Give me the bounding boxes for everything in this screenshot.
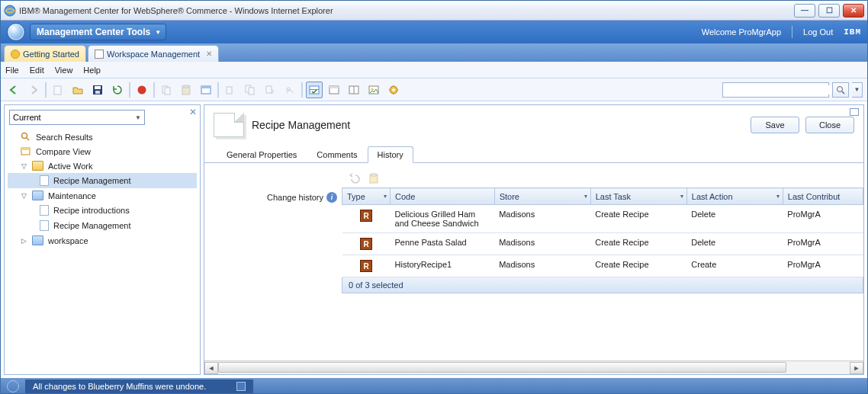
- panel-close-icon[interactable]: ✕: [189, 107, 197, 117]
- menu-edit[interactable]: Edit: [30, 66, 44, 75]
- scroll-right-button[interactable]: ►: [850, 362, 863, 374]
- save-button[interactable]: Save: [751, 117, 799, 133]
- scroll-thumb[interactable]: [218, 362, 786, 373]
- cell-action: Create: [686, 255, 783, 277]
- nav-search-results[interactable]: Search Results: [8, 130, 197, 144]
- panel-restore-icon[interactable]: [850, 108, 859, 116]
- table-row[interactable]: R Penne Pasta Salad Madisons Create Reci…: [342, 233, 863, 255]
- globe-icon: [7, 23, 25, 41]
- work-area: ✕ Current Search Results Compare View ▽ …: [1, 101, 867, 378]
- folder-icon: [32, 235, 43, 245]
- nav-label: Recipe Management: [53, 176, 131, 185]
- window-close-button[interactable]: ✕: [843, 4, 864, 18]
- properties-button[interactable]: [198, 82, 214, 98]
- nav-maintenance[interactable]: ▽ Maintenance: [8, 188, 197, 203]
- view-selector[interactable]: Current: [9, 110, 145, 125]
- refresh-button[interactable]: [109, 82, 126, 98]
- col-store[interactable]: Store▾: [494, 188, 590, 205]
- menu-view[interactable]: View: [55, 66, 73, 75]
- maximize-button[interactable]: ☐: [818, 4, 840, 18]
- save-button[interactable]: [89, 82, 106, 98]
- copy-button[interactable]: [158, 82, 175, 98]
- recipe-type-icon: R: [360, 210, 372, 222]
- search-icon: [20, 132, 31, 142]
- tab-close-icon[interactable]: ✕: [206, 50, 212, 58]
- logout-link[interactable]: Log Out: [803, 27, 833, 37]
- nav-recipe-management[interactable]: Recipe Management: [8, 173, 197, 188]
- tab-general-properties[interactable]: General Properties: [217, 146, 307, 162]
- paste-button[interactable]: [178, 82, 194, 98]
- search-input[interactable]: [729, 85, 834, 94]
- col-last-task[interactable]: Last Task▾: [590, 188, 686, 205]
- back-button[interactable]: [5, 82, 22, 98]
- status-detail-icon[interactable]: [236, 382, 246, 391]
- tab-getting-started[interactable]: Getting Started: [4, 45, 86, 62]
- collapse-icon[interactable]: ▽: [20, 162, 27, 170]
- show-image-view-button[interactable]: [365, 82, 382, 98]
- undo-icon[interactable]: [348, 172, 360, 186]
- open-button[interactable]: [69, 82, 86, 98]
- close-button[interactable]: Close: [805, 117, 854, 133]
- editor-panel: Recipe Management Save Close General Pro…: [204, 104, 864, 375]
- cell-code: HistoryRecipe1: [391, 255, 495, 277]
- tab-comments[interactable]: Comments: [307, 146, 367, 162]
- history-table-wrap: Type▾ Code Store▾ Last Task▾ Last Action…: [342, 171, 863, 293]
- find-button[interactable]: [281, 82, 298, 98]
- svg-rect-36: [371, 174, 376, 176]
- minimize-button[interactable]: —: [794, 4, 815, 18]
- tab-label: Getting Started: [23, 50, 79, 59]
- clipboard-icon[interactable]: [368, 172, 380, 186]
- history-section: Change history i Type▾ Code: [204, 163, 863, 293]
- stop-button[interactable]: [133, 82, 150, 98]
- nav-compare-view[interactable]: Compare View: [8, 144, 197, 159]
- tab-workspace-management[interactable]: Workspace Management ✕: [88, 45, 219, 62]
- preferences-button[interactable]: [385, 82, 402, 98]
- tab-history[interactable]: History: [368, 146, 413, 163]
- nav-label: Active Work: [48, 162, 92, 171]
- new-button[interactable]: [50, 82, 66, 98]
- col-type[interactable]: Type▾: [342, 188, 391, 205]
- nav-recipe-introductions[interactable]: Recipe introductions: [8, 203, 197, 218]
- nav-workspace[interactable]: ▷ workspace: [8, 233, 197, 248]
- svg-rect-14: [249, 88, 254, 94]
- svg-point-31: [22, 133, 27, 139]
- welcome-text: Welcome ProMgrApp: [702, 27, 781, 37]
- management-center-tools-button[interactable]: Management Center Tools: [30, 24, 166, 40]
- forward-button[interactable]: [25, 82, 42, 98]
- cell-task: Create Recipe: [590, 205, 686, 233]
- window-titlebar: IBM® Management Center for WebSphere® Co…: [1, 1, 867, 21]
- col-last-contributor[interactable]: Last Contribut: [783, 188, 863, 205]
- menu-file[interactable]: File: [5, 66, 19, 75]
- nav-active-work[interactable]: ▽ Active Work: [8, 159, 197, 173]
- show-list-view-button[interactable]: [306, 82, 323, 98]
- svg-point-5: [138, 85, 146, 94]
- editor-header: Recipe Management Save Close: [204, 105, 863, 145]
- nav-recipe-management-2[interactable]: Recipe Management: [8, 218, 197, 233]
- scroll-left-button[interactable]: ◄: [204, 362, 218, 374]
- expand-icon[interactable]: ▷: [20, 237, 27, 245]
- search-box[interactable]: [722, 82, 829, 98]
- info-icon[interactable]: i: [326, 192, 337, 203]
- col-last-action[interactable]: Last Action▾: [686, 188, 783, 205]
- cut-button[interactable]: [222, 82, 239, 98]
- nav-label: Compare View: [36, 147, 91, 156]
- scroll-track[interactable]: [218, 362, 850, 374]
- svg-rect-4: [95, 91, 100, 94]
- svg-line-30: [842, 91, 844, 94]
- col-code[interactable]: Code: [391, 188, 495, 205]
- clipboard-copy-button[interactable]: [262, 82, 278, 98]
- svg-line-32: [27, 138, 29, 140]
- svg-rect-1: [54, 86, 61, 94]
- menu-help[interactable]: Help: [83, 66, 101, 75]
- duplicate-button[interactable]: [242, 82, 259, 98]
- collapse-icon[interactable]: ▽: [20, 192, 27, 200]
- search-button[interactable]: [832, 82, 849, 98]
- page-icon: [40, 205, 49, 216]
- horizontal-scrollbar[interactable]: ◄ ►: [204, 360, 863, 374]
- search-dropdown-button[interactable]: ▼: [852, 82, 863, 98]
- table-row[interactable]: R Delicious Grilled Ham and Cheese Sandw…: [342, 205, 863, 233]
- table-row[interactable]: R HistoryRecipe1 Madisons Create Recipe …: [342, 255, 863, 277]
- show-calendar-view-button[interactable]: [326, 82, 342, 98]
- tab-label: Workspace Management: [107, 50, 200, 59]
- show-split-view-button[interactable]: [346, 82, 362, 98]
